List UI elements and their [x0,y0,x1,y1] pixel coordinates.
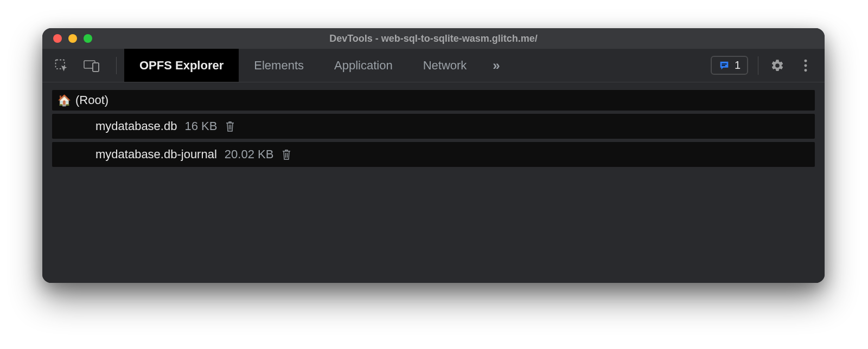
window-title: DevTools - web-sql-to-sqlite-wasm.glitch… [42,33,825,44]
window-controls [42,34,92,43]
file-size: 16 KB [184,119,217,133]
trash-icon [281,148,292,161]
tree-root-row[interactable]: 🏠 (Root) [52,90,815,111]
tab-opfs-explorer[interactable]: OPFS Explorer [124,49,239,82]
trash-icon [225,120,235,133]
tab-elements[interactable]: Elements [239,49,319,82]
toolbar-right-group: 1 [711,49,825,82]
svg-point-7 [805,64,807,67]
tree-root-label: (Root) [75,93,108,107]
delete-file-button[interactable] [225,120,235,133]
tab-application[interactable]: Application [319,49,408,82]
home-icon: 🏠 [58,95,71,106]
svg-rect-5 [722,65,725,66]
maximize-window-button[interactable] [84,34,92,43]
file-name: mydatabase.db-journal [95,147,217,161]
kebab-icon [803,59,808,73]
more-menu-button[interactable] [796,56,815,75]
svg-rect-2 [93,63,99,72]
file-row[interactable]: mydatabase.db-journal 20.02 KB [52,142,815,167]
file-size: 20.02 KB [225,147,274,161]
close-window-button[interactable] [53,34,62,43]
titlebar: DevTools - web-sql-to-sqlite-wasm.glitch… [42,28,825,49]
gear-icon [770,59,784,73]
device-toolbar-button[interactable] [82,56,101,75]
tab-network[interactable]: Network [408,49,482,82]
issues-button[interactable]: 1 [711,56,748,75]
tabs-overflow-button[interactable]: » [482,49,510,82]
svg-rect-4 [722,63,726,64]
settings-button[interactable] [768,56,787,75]
opfs-explorer-panel: 🏠 (Root) mydatabase.db 16 KB mydatabase.… [42,82,825,283]
toolbar-separator [116,57,117,74]
svg-point-8 [805,69,807,72]
delete-file-button[interactable] [281,148,292,161]
svg-point-6 [805,59,807,62]
devtools-toolbar: OPFS Explorer Elements Application Netwo… [42,49,825,82]
minimize-window-button[interactable] [68,34,77,43]
file-row[interactable]: mydatabase.db 16 KB [52,114,815,139]
devtools-window: DevTools - web-sql-to-sqlite-wasm.glitch… [42,28,825,283]
devtools-tabs: OPFS Explorer Elements Application Netwo… [124,49,511,82]
toolbar-left-group [42,49,124,82]
inspect-element-button[interactable] [52,56,71,75]
toolbar-separator [758,56,758,75]
issues-count: 1 [735,59,741,72]
chat-icon [718,60,730,72]
file-name: mydatabase.db [95,119,177,133]
